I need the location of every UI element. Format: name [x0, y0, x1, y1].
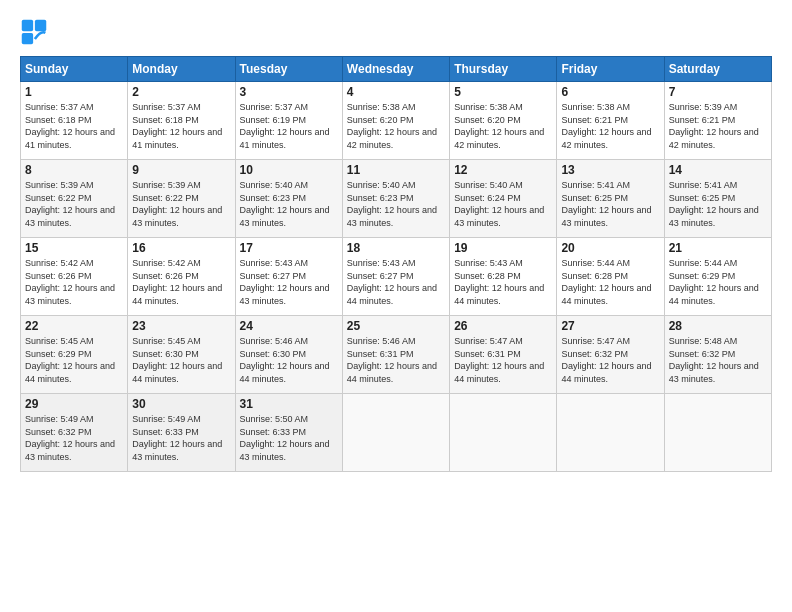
day-number: 26	[454, 319, 552, 333]
day-info: Sunrise: 5:45 AMSunset: 6:30 PMDaylight:…	[132, 336, 222, 384]
day-number: 17	[240, 241, 338, 255]
day-number: 8	[25, 163, 123, 177]
calendar-cell: 22Sunrise: 5:45 AMSunset: 6:29 PMDayligh…	[21, 316, 128, 394]
day-info: Sunrise: 5:40 AMSunset: 6:23 PMDaylight:…	[347, 180, 437, 228]
day-info: Sunrise: 5:48 AMSunset: 6:32 PMDaylight:…	[669, 336, 759, 384]
day-info: Sunrise: 5:50 AMSunset: 6:33 PMDaylight:…	[240, 414, 330, 462]
calendar: SundayMondayTuesdayWednesdayThursdayFrid…	[20, 56, 772, 472]
calendar-cell: 1Sunrise: 5:37 AMSunset: 6:18 PMDaylight…	[21, 82, 128, 160]
day-number: 20	[561, 241, 659, 255]
calendar-cell: 16Sunrise: 5:42 AMSunset: 6:26 PMDayligh…	[128, 238, 235, 316]
day-info: Sunrise: 5:37 AMSunset: 6:19 PMDaylight:…	[240, 102, 330, 150]
calendar-cell: 5Sunrise: 5:38 AMSunset: 6:20 PMDaylight…	[450, 82, 557, 160]
calendar-cell: 6Sunrise: 5:38 AMSunset: 6:21 PMDaylight…	[557, 82, 664, 160]
calendar-cell: 8Sunrise: 5:39 AMSunset: 6:22 PMDaylight…	[21, 160, 128, 238]
week-row-1: 1Sunrise: 5:37 AMSunset: 6:18 PMDaylight…	[21, 82, 772, 160]
day-info: Sunrise: 5:37 AMSunset: 6:18 PMDaylight:…	[25, 102, 115, 150]
day-info: Sunrise: 5:43 AMSunset: 6:27 PMDaylight:…	[240, 258, 330, 306]
weekday-header-saturday: Saturday	[664, 57, 771, 82]
day-number: 31	[240, 397, 338, 411]
calendar-cell: 4Sunrise: 5:38 AMSunset: 6:20 PMDaylight…	[342, 82, 449, 160]
day-info: Sunrise: 5:41 AMSunset: 6:25 PMDaylight:…	[561, 180, 651, 228]
day-number: 9	[132, 163, 230, 177]
calendar-cell: 26Sunrise: 5:47 AMSunset: 6:31 PMDayligh…	[450, 316, 557, 394]
header	[20, 18, 772, 46]
calendar-cell: 20Sunrise: 5:44 AMSunset: 6:28 PMDayligh…	[557, 238, 664, 316]
calendar-cell: 10Sunrise: 5:40 AMSunset: 6:23 PMDayligh…	[235, 160, 342, 238]
day-info: Sunrise: 5:37 AMSunset: 6:18 PMDaylight:…	[132, 102, 222, 150]
day-info: Sunrise: 5:47 AMSunset: 6:32 PMDaylight:…	[561, 336, 651, 384]
calendar-cell: 21Sunrise: 5:44 AMSunset: 6:29 PMDayligh…	[664, 238, 771, 316]
day-number: 12	[454, 163, 552, 177]
day-number: 3	[240, 85, 338, 99]
day-info: Sunrise: 5:38 AMSunset: 6:20 PMDaylight:…	[454, 102, 544, 150]
day-number: 25	[347, 319, 445, 333]
day-number: 6	[561, 85, 659, 99]
calendar-cell: 9Sunrise: 5:39 AMSunset: 6:22 PMDaylight…	[128, 160, 235, 238]
day-number: 11	[347, 163, 445, 177]
day-number: 1	[25, 85, 123, 99]
day-number: 27	[561, 319, 659, 333]
calendar-cell	[664, 394, 771, 472]
week-row-4: 22Sunrise: 5:45 AMSunset: 6:29 PMDayligh…	[21, 316, 772, 394]
calendar-cell: 27Sunrise: 5:47 AMSunset: 6:32 PMDayligh…	[557, 316, 664, 394]
day-info: Sunrise: 5:47 AMSunset: 6:31 PMDaylight:…	[454, 336, 544, 384]
calendar-cell: 11Sunrise: 5:40 AMSunset: 6:23 PMDayligh…	[342, 160, 449, 238]
calendar-cell: 25Sunrise: 5:46 AMSunset: 6:31 PMDayligh…	[342, 316, 449, 394]
calendar-cell	[450, 394, 557, 472]
calendar-cell: 30Sunrise: 5:49 AMSunset: 6:33 PMDayligh…	[128, 394, 235, 472]
calendar-cell: 13Sunrise: 5:41 AMSunset: 6:25 PMDayligh…	[557, 160, 664, 238]
day-info: Sunrise: 5:49 AMSunset: 6:33 PMDaylight:…	[132, 414, 222, 462]
day-number: 29	[25, 397, 123, 411]
day-number: 7	[669, 85, 767, 99]
logo	[20, 18, 52, 46]
calendar-cell: 17Sunrise: 5:43 AMSunset: 6:27 PMDayligh…	[235, 238, 342, 316]
day-number: 10	[240, 163, 338, 177]
weekday-header-wednesday: Wednesday	[342, 57, 449, 82]
day-number: 23	[132, 319, 230, 333]
weekday-header-friday: Friday	[557, 57, 664, 82]
day-info: Sunrise: 5:43 AMSunset: 6:28 PMDaylight:…	[454, 258, 544, 306]
calendar-cell: 3Sunrise: 5:37 AMSunset: 6:19 PMDaylight…	[235, 82, 342, 160]
week-row-3: 15Sunrise: 5:42 AMSunset: 6:26 PMDayligh…	[21, 238, 772, 316]
calendar-cell: 28Sunrise: 5:48 AMSunset: 6:32 PMDayligh…	[664, 316, 771, 394]
calendar-cell	[557, 394, 664, 472]
day-info: Sunrise: 5:38 AMSunset: 6:20 PMDaylight:…	[347, 102, 437, 150]
weekday-header-row: SundayMondayTuesdayWednesdayThursdayFrid…	[21, 57, 772, 82]
day-number: 15	[25, 241, 123, 255]
day-info: Sunrise: 5:42 AMSunset: 6:26 PMDaylight:…	[132, 258, 222, 306]
day-number: 30	[132, 397, 230, 411]
day-number: 5	[454, 85, 552, 99]
calendar-cell: 31Sunrise: 5:50 AMSunset: 6:33 PMDayligh…	[235, 394, 342, 472]
logo-icon	[20, 18, 48, 46]
day-info: Sunrise: 5:38 AMSunset: 6:21 PMDaylight:…	[561, 102, 651, 150]
day-info: Sunrise: 5:49 AMSunset: 6:32 PMDaylight:…	[25, 414, 115, 462]
week-row-2: 8Sunrise: 5:39 AMSunset: 6:22 PMDaylight…	[21, 160, 772, 238]
day-info: Sunrise: 5:39 AMSunset: 6:22 PMDaylight:…	[132, 180, 222, 228]
day-number: 18	[347, 241, 445, 255]
calendar-cell: 14Sunrise: 5:41 AMSunset: 6:25 PMDayligh…	[664, 160, 771, 238]
day-number: 21	[669, 241, 767, 255]
calendar-cell: 24Sunrise: 5:46 AMSunset: 6:30 PMDayligh…	[235, 316, 342, 394]
day-info: Sunrise: 5:39 AMSunset: 6:21 PMDaylight:…	[669, 102, 759, 150]
day-number: 13	[561, 163, 659, 177]
calendar-cell: 7Sunrise: 5:39 AMSunset: 6:21 PMDaylight…	[664, 82, 771, 160]
day-info: Sunrise: 5:40 AMSunset: 6:24 PMDaylight:…	[454, 180, 544, 228]
calendar-cell: 12Sunrise: 5:40 AMSunset: 6:24 PMDayligh…	[450, 160, 557, 238]
day-number: 22	[25, 319, 123, 333]
calendar-cell	[342, 394, 449, 472]
day-info: Sunrise: 5:44 AMSunset: 6:29 PMDaylight:…	[669, 258, 759, 306]
calendar-cell: 2Sunrise: 5:37 AMSunset: 6:18 PMDaylight…	[128, 82, 235, 160]
day-info: Sunrise: 5:40 AMSunset: 6:23 PMDaylight:…	[240, 180, 330, 228]
weekday-header-monday: Monday	[128, 57, 235, 82]
day-info: Sunrise: 5:46 AMSunset: 6:31 PMDaylight:…	[347, 336, 437, 384]
day-number: 28	[669, 319, 767, 333]
svg-rect-0	[22, 20, 33, 31]
day-number: 14	[669, 163, 767, 177]
day-number: 4	[347, 85, 445, 99]
day-number: 2	[132, 85, 230, 99]
day-info: Sunrise: 5:42 AMSunset: 6:26 PMDaylight:…	[25, 258, 115, 306]
weekday-header-tuesday: Tuesday	[235, 57, 342, 82]
day-info: Sunrise: 5:39 AMSunset: 6:22 PMDaylight:…	[25, 180, 115, 228]
day-number: 19	[454, 241, 552, 255]
